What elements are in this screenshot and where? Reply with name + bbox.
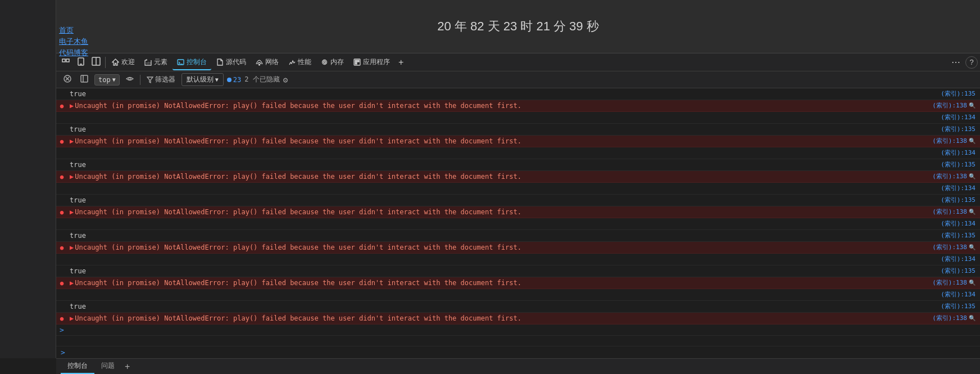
search-icon[interactable]: 🔍 <box>969 136 976 146</box>
error-dot-icon <box>227 78 232 82</box>
eye-btn[interactable] <box>123 73 137 86</box>
level-label: 默认级别 <box>187 75 214 84</box>
level-chevron-icon: ▼ <box>215 76 219 83</box>
search-icon[interactable]: 🔍 <box>969 101 976 111</box>
console-row: true (索引):135 <box>56 265 980 277</box>
filter-label: 筛选器 <box>155 75 175 84</box>
console-row: true (索引):135 <box>56 124 980 136</box>
blog-link[interactable]: 代码博客 <box>59 48 88 58</box>
console-row: ● ▶Uncaught (in promise) NotAllowedError… <box>56 277 980 289</box>
bottom-tabs-bar: 控制台 问题 + <box>56 358 980 374</box>
console-row: ● ▶Uncaught (in promise) NotAllowedError… <box>56 313 980 325</box>
row-source-link[interactable]: (索引):135 <box>936 195 980 206</box>
sources-tab-btn[interactable]: 源代码 <box>212 55 251 69</box>
welcome-tab-btn[interactable]: 欢迎 <box>107 55 139 69</box>
left-sidebar <box>0 0 56 358</box>
error-icon: ● <box>56 173 67 181</box>
row-source-link[interactable]: (索引):138 🔍 <box>928 277 980 289</box>
console-row: ● ▶Uncaught (in promise) NotAllowedError… <box>56 171 980 183</box>
search-icon[interactable]: 🔍 <box>969 278 976 288</box>
svg-rect-0 <box>62 59 65 62</box>
row-source-link[interactable]: (索引):135 <box>936 230 980 241</box>
hidden-count-text: 2 个已隐藏 <box>244 75 279 84</box>
toolbar-separator-1 <box>105 57 106 68</box>
svg-marker-22 <box>147 77 153 83</box>
console-row: ● ▶Uncaught (in promise) NotAllowedError… <box>56 136 980 147</box>
svg-rect-14 <box>357 60 359 62</box>
console-row: ● ▶Uncaught (in promise) NotAllowedError… <box>56 206 980 218</box>
console-content: true (索引):135 ● ▶Uncaught (in promise) N… <box>56 88 980 346</box>
tab-issues[interactable]: 问题 <box>94 359 121 374</box>
memory-tab-btn[interactable]: 内存 <box>316 55 348 69</box>
console-row-separator: (索引):134 <box>56 218 980 230</box>
add-tab-btn[interactable]: + <box>395 55 407 70</box>
error-icon: ● <box>56 102 67 110</box>
console-input-field[interactable] <box>69 349 976 357</box>
error-icon: ● <box>56 209 67 216</box>
row-source-link[interactable]: (索引):135 <box>936 265 980 277</box>
error-icon: ● <box>56 244 67 251</box>
add-bottom-tab-btn[interactable]: + <box>121 359 133 375</box>
console-row: ● ▶Uncaught (in promise) NotAllowedError… <box>56 100 980 112</box>
console-row: true (索引):135 <box>56 230 980 242</box>
chevron-down-icon: ▼ <box>112 76 116 83</box>
svg-point-11 <box>324 61 326 64</box>
elements-tab-btn[interactable]: </> 元素 <box>140 55 172 69</box>
row-source-link[interactable]: (索引):138 🔍 <box>928 100 980 111</box>
row-source-link[interactable]: (索引):135 <box>936 159 980 170</box>
tab-console[interactable]: 控制台 <box>61 359 94 374</box>
error-icon: ● <box>56 280 67 287</box>
console-tab-btn[interactable]: 控制台 <box>173 55 211 70</box>
console-row-separator: (索引):134 <box>56 254 980 265</box>
search-icon[interactable]: 🔍 <box>969 313 976 323</box>
search-icon[interactable]: 🔍 <box>969 172 976 182</box>
help-btn[interactable]: ? <box>965 56 978 69</box>
console-row: true (索引):135 <box>56 88 980 100</box>
row-source-link[interactable]: (索引):138 🔍 <box>928 171 980 182</box>
fish-link[interactable]: 电子木鱼 <box>59 37 88 47</box>
console-row: true (索引):135 <box>56 301 980 313</box>
svg-rect-1 <box>66 59 69 62</box>
console-row: true (索引):135 <box>56 159 980 171</box>
layout-btn[interactable] <box>89 55 103 70</box>
clear-console-btn[interactable] <box>61 73 74 86</box>
row-source-link[interactable]: (索引):138 🔍 <box>928 313 980 324</box>
more-options-btn[interactable]: ⋯ <box>947 55 965 70</box>
svg-point-21 <box>129 78 131 80</box>
row-source-link[interactable]: (索引):135 <box>936 124 980 135</box>
console-row-separator: (索引):134 <box>56 112 980 124</box>
console-prompt-row: > <box>56 325 980 336</box>
console-row: true (索引):135 <box>56 195 980 206</box>
level-dropdown[interactable]: 默认级别 ▼ <box>182 73 224 86</box>
row-source-link[interactable]: (索引):135 <box>936 88 980 100</box>
filter-input-btn[interactable]: 筛选器 <box>144 73 178 86</box>
console-prompt-icon: > <box>61 348 65 357</box>
console-row-separator: (索引):134 <box>56 183 980 195</box>
website-preview-area: 首页 电子木鱼 代码博客 20 年 82 天 23 时 21 分 39 秒 <box>56 0 980 53</box>
row-source-link[interactable]: (索引):138 🔍 <box>928 206 980 218</box>
search-icon[interactable]: 🔍 <box>969 242 976 253</box>
svg-rect-13 <box>355 60 357 62</box>
home-link[interactable]: 首页 <box>59 25 88 35</box>
svg-point-9 <box>259 64 260 65</box>
error-count: 23 <box>233 76 241 84</box>
row-source-link[interactable]: (索引):138 🔍 <box>928 242 980 253</box>
search-icon[interactable]: 🔍 <box>969 207 976 217</box>
row-source-link[interactable]: (索引):135 <box>936 301 980 312</box>
devtools-toolbar: 欢迎 </> 元素 控制台 源代码 网络 性能 <box>56 53 980 71</box>
svg-rect-15 <box>355 62 357 64</box>
top-context-label: top <box>98 76 111 84</box>
console-input-area: > <box>56 346 980 358</box>
application-tab-btn[interactable]: 应用程序 <box>349 55 394 69</box>
console-row: ● ▶Uncaught (in promise) NotAllowedError… <box>56 242 980 254</box>
network-tab-btn[interactable]: 网络 <box>251 55 283 69</box>
row-source-link[interactable]: (索引):138 🔍 <box>928 136 980 147</box>
performance-tab-btn[interactable]: 性能 <box>284 55 316 69</box>
top-context-dropdown[interactable]: top ▼ <box>94 74 120 85</box>
toggle-sidebar-btn[interactable] <box>78 73 91 86</box>
console-toolbar: top ▼ 筛选器 默认级别 ▼ 23 2 个已隐藏 ⚙ <box>56 71 980 88</box>
error-count-badge[interactable]: 23 <box>227 76 241 84</box>
svg-text:</>: </> <box>146 61 151 65</box>
console-settings-icon[interactable]: ⚙ <box>283 75 288 84</box>
console-row-separator: (索引):134 <box>56 147 980 159</box>
